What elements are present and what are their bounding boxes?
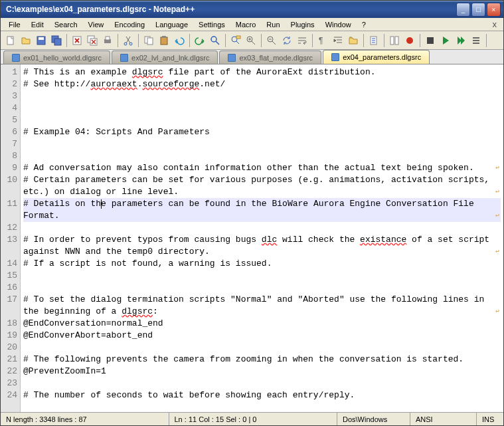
editor-line[interactable]: @EndConversation=normal_end xyxy=(23,318,501,330)
tab-label: ex01_hello_world.dlgsrc xyxy=(23,54,102,62)
status-bar: N length : 3348 lines : 87 Ln : 11 Col :… xyxy=(1,412,503,425)
stop-button[interactable] xyxy=(423,33,438,48)
status-eol[interactable]: Dos\Windows xyxy=(337,413,410,425)
replace-button[interactable] xyxy=(228,33,243,48)
status-encoding[interactable]: ANSI xyxy=(410,413,477,425)
folder-button[interactable] xyxy=(346,33,361,48)
paste-button[interactable] xyxy=(157,33,171,48)
editor-line[interactable] xyxy=(23,377,501,389)
editor-line[interactable] xyxy=(23,138,501,150)
redo-button[interactable] xyxy=(193,33,207,48)
save-button[interactable] xyxy=(34,33,48,48)
svg-point-25 xyxy=(406,37,413,44)
editor-line[interactable]: @PreventZoomIn=1 xyxy=(23,366,501,377)
svg-rect-23 xyxy=(390,37,394,45)
svg-rect-24 xyxy=(395,37,398,45)
wordwrap-button[interactable] xyxy=(295,33,309,48)
list-button[interactable] xyxy=(469,33,483,48)
zoom-out-button[interactable] xyxy=(264,33,279,48)
editor-line[interactable]: # The following prevents the camera from… xyxy=(23,354,501,366)
status-length: N length : 3348 lines : 87 xyxy=(1,413,169,425)
editor-line[interactable]: # Example 04: Scripts And Parameters xyxy=(23,126,501,138)
menu-macro[interactable]: Macro xyxy=(230,19,262,30)
tab-3[interactable]: ex04_parameters.dlgsrc xyxy=(323,50,430,64)
svg-rect-0 xyxy=(7,37,13,45)
copy-button[interactable] xyxy=(141,33,156,48)
file-icon xyxy=(12,54,20,62)
svg-rect-26 xyxy=(427,37,434,44)
play-button[interactable] xyxy=(438,33,453,48)
title-bar: C:\examples\ex04_parameters.dlgsrc - Not… xyxy=(1,1,503,18)
zoom-in-button[interactable] xyxy=(244,33,258,48)
svg-point-16 xyxy=(211,37,216,42)
menu-window[interactable]: Window xyxy=(320,19,357,30)
close-button[interactable] xyxy=(70,33,84,48)
code-editor[interactable]: # This is an example dlgsrc file part of… xyxy=(21,64,503,412)
record-button[interactable] xyxy=(402,33,417,48)
editor-line[interactable] xyxy=(23,282,501,294)
editor-line[interactable] xyxy=(23,90,501,102)
tab-bar: ex01_hello_world.dlgsrcex02_lvl_and_lnk.… xyxy=(1,50,503,64)
svg-rect-15 xyxy=(162,36,166,38)
tab-label: ex02_lvl_and_lnk.dlgsrc xyxy=(131,54,209,62)
menu-help[interactable]: ? xyxy=(357,19,371,30)
save-all-button[interactable] xyxy=(49,33,64,48)
editor-line[interactable]: # Details on the parameters can be found… xyxy=(23,198,501,222)
svg-rect-14 xyxy=(161,37,167,45)
doc1-button[interactable] xyxy=(367,33,381,48)
menu-encoding[interactable]: Encoding xyxy=(109,19,150,30)
editor-line[interactable] xyxy=(23,222,501,234)
print-button[interactable] xyxy=(100,33,115,48)
new-button[interactable] xyxy=(3,33,18,48)
editor-area: 123456789101112131415161718192021222324 … xyxy=(1,64,503,412)
line-number-gutter: 123456789101112131415161718192021222324 xyxy=(1,64,21,412)
doc2-button[interactable] xyxy=(387,33,402,48)
editor-line[interactable]: # In order to prevent typos from causing… xyxy=(23,234,501,258)
menu-edit[interactable]: Edit xyxy=(26,19,49,30)
svg-rect-2 xyxy=(39,37,44,40)
editor-line[interactable] xyxy=(23,102,501,114)
editor-line[interactable]: # See http://auroraext.sourceforge.net/ xyxy=(23,78,501,90)
indent-button[interactable] xyxy=(331,33,345,48)
close-window-button[interactable]: × xyxy=(487,3,501,17)
tab-1[interactable]: ex02_lvl_and_lnk.dlgsrc xyxy=(112,51,218,64)
undo-button[interactable] xyxy=(172,33,187,48)
sync-button[interactable] xyxy=(280,33,294,48)
open-button[interactable] xyxy=(19,33,33,48)
editor-line[interactable] xyxy=(23,342,501,354)
menu-plugins[interactable]: Plugins xyxy=(286,19,320,30)
tab-label: ex04_parameters.dlgsrc xyxy=(343,53,421,61)
tab-2[interactable]: ex03_flat_mode.dlgsrc xyxy=(219,51,321,64)
status-insert-mode[interactable]: INS xyxy=(477,413,503,425)
editor-line[interactable] xyxy=(23,150,501,162)
menu-settings[interactable]: Settings xyxy=(193,19,230,30)
menu-view[interactable]: View xyxy=(83,19,110,30)
editor-line[interactable]: # Certain parameters can be set for vari… xyxy=(23,174,501,198)
editor-line[interactable] xyxy=(23,270,501,282)
find-button[interactable] xyxy=(208,33,222,48)
editor-line[interactable] xyxy=(23,114,501,126)
editor-line[interactable]: @EndConverAbort=abort_end xyxy=(23,330,501,342)
menubar-close-icon[interactable]: x xyxy=(489,19,501,29)
menu-search[interactable]: Search xyxy=(49,19,83,30)
invisible-button[interactable]: ¶ xyxy=(315,33,330,48)
editor-line[interactable]: # This is an example dlgsrc file part of… xyxy=(23,66,501,78)
menu-bar: FileEditSearchViewEncodingLanguageSettin… xyxy=(1,18,503,31)
editor-line[interactable]: # The number of seconds to wait before s… xyxy=(23,389,501,401)
menu-file[interactable]: File xyxy=(3,19,26,30)
minimize-button[interactable]: _ xyxy=(456,3,470,17)
play-multi-button[interactable] xyxy=(454,33,468,48)
editor-line[interactable]: # To set the dialog termination scripts … xyxy=(23,294,501,318)
close-all-button[interactable] xyxy=(85,33,100,48)
tab-0[interactable]: ex01_hello_world.dlgsrc xyxy=(3,51,110,64)
svg-rect-4 xyxy=(54,39,61,45)
editor-line[interactable]: # Ad conversation may also contain infor… xyxy=(23,162,501,174)
maximize-button[interactable]: □ xyxy=(471,3,485,17)
cut-button[interactable] xyxy=(121,33,135,48)
svg-rect-13 xyxy=(147,38,153,45)
menu-run[interactable]: Run xyxy=(261,19,285,30)
editor-line[interactable]: # If a script is not found, a warning is… xyxy=(23,258,501,270)
tab-label: ex03_flat_mode.dlgsrc xyxy=(239,54,313,62)
menu-language[interactable]: Language xyxy=(150,19,193,30)
file-icon xyxy=(331,53,339,61)
